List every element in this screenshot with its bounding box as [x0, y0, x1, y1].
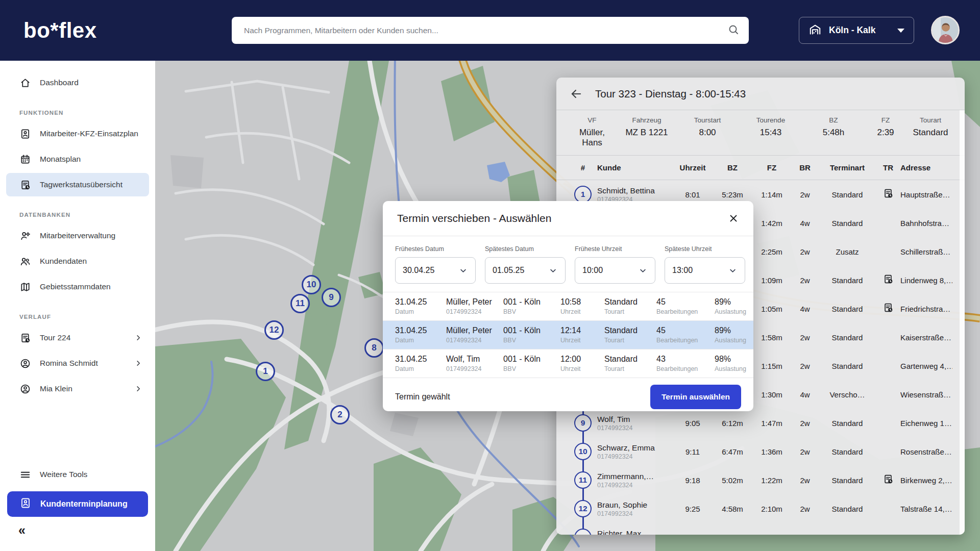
stop-terminart: Standard	[819, 219, 876, 228]
chevron-down-icon	[897, 29, 904, 33]
option-cell: 45 Bearbeitungen	[656, 297, 715, 315]
option-value: 89%	[715, 326, 746, 335]
location-selector[interactable]: Köln - Kalk	[799, 17, 914, 44]
sidebar-item-tagwerkstatusübersicht[interactable]: Tagwerkstatusübersicht	[6, 173, 149, 196]
tour-stop-row-12[interactable]: 12Braun, Sophie01749923249:254:58m2:10m2…	[556, 494, 965, 523]
option-cell: 10:58 Uhrzeit	[560, 297, 604, 315]
sidebar-item-tour-224[interactable]: Tour 224	[6, 326, 149, 349]
stop-fz: 1:30m	[752, 390, 791, 399]
map-marker-1[interactable]: 1	[256, 362, 275, 381]
map-marker-8[interactable]: 8	[364, 338, 384, 358]
option-cell: 31.04.25 Datum	[395, 297, 446, 315]
column-header-uhrzeit: Uhrzeit	[673, 163, 713, 172]
summary-value: 2:39	[863, 128, 909, 138]
filter-select-spätestes-datum[interactable]: 01.05.25	[485, 257, 566, 284]
sidebar-item-romina-schmidt[interactable]: Romina Schmidt	[6, 352, 149, 375]
chevron-down-icon	[638, 266, 648, 276]
option-sublabel: Bearbeitungen	[656, 365, 715, 372]
back-button[interactable]	[570, 87, 583, 101]
option-sublabel: Bearbeitungen	[656, 308, 715, 315]
person-gear-icon	[19, 230, 31, 242]
sidebar-item-mitarbeiter-kfz-einsatzplan[interactable]: Mitarbeiter-KFZ-Einsatzplan	[6, 122, 149, 145]
sidebar-collapse-button[interactable]: «	[18, 523, 155, 538]
sidebar-item-mia-klein[interactable]: Mia Klein	[6, 377, 149, 400]
map-marker-9[interactable]: 9	[322, 288, 341, 307]
option-cell: 31.04.25 Datum	[395, 355, 446, 372]
appointment-option-row-3[interactable]: 31.04.25 Datum Wolf, Tim 0174992324 001 …	[383, 349, 753, 378]
stop-br: 2w	[791, 419, 819, 428]
search-input[interactable]	[244, 26, 727, 35]
stop-fz: 2:10m	[752, 505, 791, 513]
sidebar-item-mitarbeiterverwaltung[interactable]: Mitarbeiterverwaltung	[6, 224, 149, 247]
map-marker-10[interactable]: 10	[302, 275, 321, 294]
stop-terminart: Standard	[819, 333, 876, 342]
option-sublabel: BBV	[503, 337, 560, 344]
sidebar-item-dashboard[interactable]: Dashboard	[6, 71, 149, 94]
appointment-option-row-2[interactable]: 31.04.25 Datum Müller, Peter 0174992324 …	[383, 320, 753, 349]
people-icon	[19, 256, 31, 267]
stop-terminart: Standard	[819, 505, 876, 513]
option-sublabel: Datum	[395, 308, 446, 315]
customer-phone: 0174992324	[597, 424, 673, 432]
map-marker-11[interactable]: 11	[290, 294, 310, 313]
tr-doc-clock-icon	[883, 273, 894, 287]
sidebar-section-label: VERLAUF	[19, 314, 155, 320]
option-cell: 31.04.25 Datum	[395, 326, 446, 344]
appointment-option-row-1[interactable]: 31.04.25 Datum Müller, Peter 0174992324 …	[383, 292, 753, 320]
sidebar-section-label: DATENBANKEN	[19, 212, 155, 218]
stop-fz: 1:22m	[752, 476, 791, 485]
sidebar-item-label: Tour 224	[40, 333, 70, 342]
stop-time: 8:01	[673, 190, 713, 199]
option-sublabel: Tourart	[604, 337, 656, 344]
filter-select-früheste-uhrzeit[interactable]: 10:00	[575, 257, 655, 284]
sidebar-item-weitere-tools[interactable]: Weitere Tools	[6, 463, 149, 486]
search-icon	[727, 23, 740, 38]
stop-terminart: Standard	[819, 190, 876, 199]
stop-br: 2w	[791, 533, 819, 535]
selection-status: Termin gewählt	[395, 392, 450, 402]
stop-fz: 1:14m	[752, 190, 791, 199]
option-value: 43	[656, 355, 715, 364]
tour-table-header: #KundeUhrzeitBZFZBRTerminartTRAdresse	[556, 156, 965, 180]
summary-label: VF	[569, 116, 616, 124]
tour-stop-row-13[interactable]: 13Richter, Max01749923248:015:23m1:14m2w…	[556, 523, 965, 535]
stop-time: 8:01	[673, 533, 713, 535]
stop-address: Rosenstraße…	[900, 447, 952, 456]
sidebar-item-kundenterminplanung[interactable]: Kundenterminplanung	[7, 491, 148, 517]
filter-select-frühestes-datum[interactable]: 30.04.25	[395, 257, 476, 284]
sidebar-item-gebietsstammdaten[interactable]: Gebietsstammdaten	[6, 275, 149, 298]
stop-terminart: Standard	[819, 276, 876, 285]
app-header: bo*flex Köln - Kalk	[0, 0, 980, 61]
stop-time: 9:11	[673, 447, 713, 456]
option-sublabel: BBV	[503, 365, 560, 372]
sidebar-item-monatsplan[interactable]: Monatsplan	[6, 147, 149, 171]
tr-doc-clock-icon	[883, 302, 894, 315]
map-marker-12[interactable]: 12	[264, 320, 284, 340]
panel-scrollbar[interactable]	[960, 110, 965, 535]
option-cell: 001 - Köln BBV	[503, 355, 560, 372]
stop-terminart: Standard	[819, 447, 876, 456]
summary-value: 5:48h	[804, 128, 863, 138]
filter-select-späteste-uhrzeit[interactable]: 13:00	[665, 257, 745, 284]
summary-value: Müller, Hans	[569, 128, 616, 148]
stop-br: 4w	[791, 305, 819, 313]
option-cell: 89% Auslastung	[715, 326, 746, 344]
sidebar-item-kundendaten[interactable]: Kundendaten	[6, 249, 149, 273]
stop-bz: 5:02m	[713, 476, 752, 485]
close-icon[interactable]	[728, 213, 739, 224]
stop-address: Gartenweg 4,…	[900, 362, 952, 370]
app-logo: bo*flex	[23, 18, 97, 43]
tour-stop-row-11[interactable]: 11Zimmermann,…01749923249:185:02m1:22m2w…	[556, 466, 965, 494]
stop-br: 2w	[791, 505, 819, 513]
user-avatar[interactable]	[931, 16, 960, 44]
tour-stop-row-10[interactable]: 10Schwarz, Emma01749923249:116:47m1:36m2…	[556, 437, 965, 466]
tour-summary-item: Tourart Standard	[909, 116, 952, 148]
stop-address: Birkenweg 2,…	[900, 476, 952, 485]
stop-number-badge: 12	[574, 500, 592, 517]
tour-stop-row-9[interactable]: 9Wolf, Tim01749923249:056:12m1:47m2wStan…	[556, 409, 965, 437]
summary-value: Standard	[909, 128, 952, 138]
map-marker-2[interactable]: 2	[330, 405, 350, 424]
stop-number-badge: 9	[574, 414, 592, 432]
select-appointment-button[interactable]: Termin auswählen	[650, 385, 741, 409]
option-sublabel: 0174992324	[446, 365, 503, 372]
